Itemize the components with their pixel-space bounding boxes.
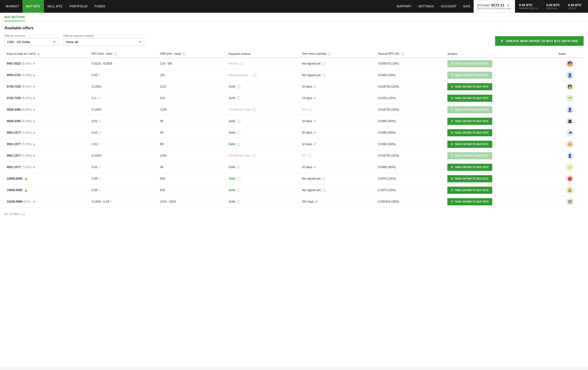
time-info-icon[interactable]: i (322, 177, 326, 181)
price-pair: BTC/USD: (477, 4, 490, 7)
seller-cell[interactable]: 🌿 (556, 196, 584, 208)
time-info-icon[interactable]: i (322, 74, 326, 77)
payment-info-icon[interactable]: i (237, 85, 240, 89)
avatar[interactable]: 🌿 (566, 198, 574, 205)
btc-range-cell: 0.1000 (89, 92, 158, 104)
avatar[interactable]: 🧢 (566, 129, 574, 136)
payment-filter-group: Filter by payment method Show all (63, 34, 144, 46)
seller-cell[interactable]: 🎩 (556, 116, 584, 127)
currency-filter-select[interactable]: USD - US Dollar (4, 38, 58, 46)
nav-item-funds[interactable]: FUNDS (91, 0, 109, 13)
nav-item-market[interactable]: MARKET (2, 0, 23, 13)
take-offer-button[interactable]: ⬇ TAKE OFFER TO BUY BTC (447, 129, 492, 136)
payment-info-icon[interactable]: i (253, 74, 257, 77)
payment-info-icon[interactable]: i (252, 108, 256, 112)
seller-cell[interactable]: 👤 (556, 104, 584, 116)
payment-link[interactable]: Zelle (229, 177, 235, 180)
seller-cell[interactable]: 😀 (556, 185, 584, 196)
seller-cell[interactable]: 😊 (556, 139, 584, 150)
payment-info-icon[interactable]: i (237, 177, 240, 181)
locked-balance-label: Locked (568, 7, 582, 10)
time-info-icon[interactable]: i (308, 108, 312, 112)
avatar[interactable]: 🌱 (566, 94, 574, 102)
nav-item-dao[interactable]: DAO (460, 0, 474, 13)
trend-down-icon: ↘ (33, 143, 35, 146)
payment-link[interactable]: Zelle (229, 96, 235, 100)
take-offer-button[interactable]: ⬇ TAKE OFFER TO BUY BTC (447, 141, 492, 148)
payment-info-icon[interactable]: i (252, 154, 256, 158)
nav-item-settings[interactable]: Settings (415, 0, 438, 13)
time-info-icon[interactable]: i (322, 62, 326, 66)
payment-link[interactable]: Zelle (229, 188, 235, 192)
payment-info-icon[interactable]: i (237, 200, 240, 204)
payment-filter-label: Filter by payment method (63, 34, 144, 37)
avatar[interactable]: 👤 (566, 71, 574, 79)
payment-info-icon[interactable]: i (237, 120, 240, 123)
seller-cell[interactable]: 🌱 (556, 92, 584, 104)
avatar[interactable]: 👤 (566, 106, 574, 113)
payment-filter-select[interactable]: Show all (63, 38, 144, 46)
take-offer-button[interactable]: ⬇ TAKE OFFER TO BUY BTC (447, 187, 492, 194)
available-balance-value: 0.00 BTC (519, 3, 538, 7)
payment-method-cell: US Money Order i (226, 104, 299, 116)
nav-item-buy-btc[interactable]: BUY BTC (23, 0, 44, 13)
avatar[interactable]: 😀 (566, 186, 574, 194)
payment-link[interactable]: Zelle (229, 119, 235, 123)
time-info-icon[interactable]: i (322, 189, 326, 192)
seller-cell[interactable]: 🔴 (556, 173, 584, 185)
actions-cell: ⬇ TAKE OFFER TO BUY BTC (445, 173, 556, 185)
create-offer-button[interactable]: ⬆ CREATE NEW OFFER TO BUY BTC WITH USD (495, 36, 584, 46)
seller-cell[interactable]: 🧑 (556, 58, 584, 69)
payment-info-icon[interactable]: i (237, 166, 240, 169)
time-info-icon[interactable]: i (308, 154, 312, 158)
usd-range-cell: 1229 (158, 104, 226, 116)
locked-balance-box: 0.00 BTC Locked (564, 0, 586, 13)
avatar[interactable]: 🧑 (566, 83, 574, 90)
avatar[interactable]: 🔴 (566, 175, 574, 182)
payment-info-icon[interactable]: i (237, 189, 240, 192)
seller-cell[interactable]: 👤 (556, 150, 584, 162)
payment-link[interactable]: Zelle (229, 142, 235, 146)
seller-cell[interactable]: 🧢 (556, 127, 584, 139)
nav-item-account[interactable]: Account (438, 0, 460, 13)
avatar[interactable]: 🎩 (566, 117, 574, 125)
payment-link[interactable]: Zelle (229, 200, 235, 203)
price-cell: 9457.5522 (2.00%) ↗ (4, 58, 89, 69)
btc-col-info-icon[interactable]: i (114, 52, 117, 56)
avatar[interactable]: 😊 (566, 140, 574, 148)
nav-item-support[interactable]: Support (393, 0, 415, 13)
seller-cell[interactable]: 🌟 (556, 162, 584, 173)
seller-cell[interactable]: 👤 (556, 69, 584, 81)
take-offer-button[interactable]: ⬇ TAKE OFFER TO BUY BTC (447, 83, 492, 90)
seller-cell[interactable]: 🧑 (556, 81, 584, 92)
take-offer-button[interactable]: ⬇ TAKE OFFER TO BUY BTC (447, 164, 492, 171)
payment-info-icon[interactable]: i (237, 131, 240, 135)
nav-item-portfolio[interactable]: PORTFOLIO (66, 0, 91, 13)
price-box[interactable]: BTC/USD: 9272.11 ▼ Market price by Bitco… (474, 0, 515, 13)
usd-range-cell: 1415 - 1819 (158, 196, 226, 208)
payment-info-icon[interactable]: i (237, 143, 240, 146)
take-offer-button[interactable]: ⬇ TAKE OFFER TO BUY BTC (447, 198, 492, 205)
payment-disabled: US Money Order (229, 154, 251, 157)
avatar[interactable]: 🌟 (566, 163, 574, 171)
take-offer-button[interactable]: ⬇ TAKE OFFER TO BUY BTC (447, 118, 492, 125)
payment-info-icon[interactable]: i (240, 62, 244, 66)
reserved-balance-label: Reserved (546, 7, 560, 10)
table-row: 9550.2733 (3.00%) ↘0.0200191National ban… (4, 69, 584, 81)
payment-link[interactable]: Zelle (229, 165, 235, 169)
btc-range-cell: 0.0100 (89, 127, 158, 139)
take-offer-button[interactable]: ⬇ TAKE OFFER TO BUY BTC (447, 175, 492, 182)
deposit-cell: 0.0060 (60%) (376, 116, 445, 127)
payment-link[interactable]: Zelle (229, 85, 235, 88)
time-col-info-icon[interactable]: i (328, 52, 331, 56)
usd-col-info-icon[interactable]: i (182, 52, 186, 56)
verified-icon: ✔ (314, 96, 316, 100)
deposit-col-info-icon[interactable]: i (401, 52, 404, 56)
nav-item-sell-btc[interactable]: SELL BTC (44, 0, 66, 13)
take-offer-button[interactable]: ⬇ TAKE OFFER TO BUY BTC (447, 95, 492, 102)
payment-link[interactable]: Zelle (229, 131, 235, 134)
avatar[interactable]: 👤 (566, 152, 574, 159)
avatar[interactable]: 🧑 (566, 60, 574, 67)
payment-info-icon[interactable]: i (237, 97, 240, 100)
take-offer-label: TAKE OFFER TO BUY BTC (454, 177, 489, 180)
